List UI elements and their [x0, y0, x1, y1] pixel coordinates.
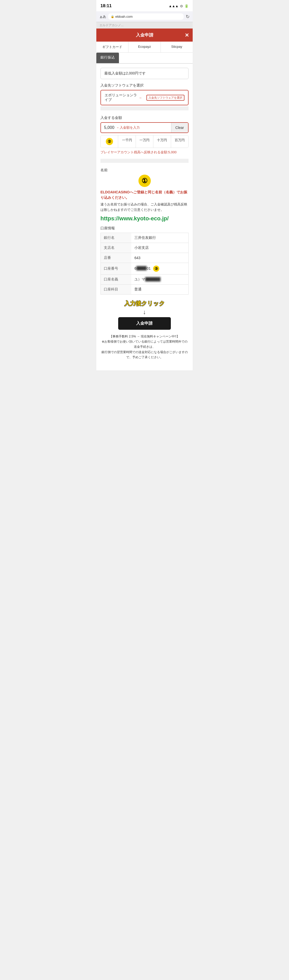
- store-num-value: 643: [131, 253, 188, 263]
- status-time: 18:11: [101, 3, 112, 8]
- software-select-field[interactable]: エボリューションライブ ← 入金先ソフトウェアを選択: [101, 90, 188, 105]
- tab-gift-card[interactable]: ギフトカード: [96, 41, 128, 52]
- software-value: エボリューションライブ: [105, 93, 139, 102]
- payment-tabs: ギフトカード Ecopayz Sticpay: [96, 41, 193, 52]
- software-select-label: 入金先ソフトウェアを選択: [101, 83, 188, 88]
- wifi-icon: ⊙: [180, 4, 183, 8]
- modal-title: 入金申請: [136, 32, 153, 38]
- account-num-blurred: ████: [136, 266, 147, 270]
- branch-name-value: 小岩支店: [131, 243, 188, 253]
- name-warning-text: ELDOAHCASINOへご登録と同じ名前（名義）でお振り込みください。: [101, 189, 188, 200]
- url-text: eldoah.com: [115, 14, 133, 19]
- clear-button[interactable]: Clear: [171, 123, 188, 132]
- amount-label: 入金する金額: [101, 116, 188, 120]
- click-annotation: 入力後クリック: [101, 300, 188, 307]
- store-num-key: 店番: [101, 253, 131, 263]
- reflected-amount: プレイヤーアカウント残高へ反映される金額:5,000: [101, 150, 188, 154]
- circle-2-icon: ②: [106, 138, 113, 145]
- software-select-annotation: 入金先ソフトウェアを選択: [147, 95, 184, 101]
- signal-icon: ▲▲▲: [169, 4, 179, 8]
- reload-button[interactable]: ↻: [186, 14, 190, 19]
- amount-section: 入金する金額 5,000 ←入金額を入力 Clear ② 一千円 一万円 十万円…: [101, 116, 188, 154]
- footer-note: 【事務手数料 2.5% → 現在無料キャンペーン中!!】※お客様側でお使い頂いて…: [101, 334, 188, 366]
- submit-button[interactable]: 入金申請: [118, 317, 171, 330]
- browser-bar: ぁあ 🔒 eldoah.com ↻: [96, 11, 193, 22]
- name-label: 名前: [101, 168, 188, 173]
- tab-bank-transfer[interactable]: 銀行振込: [96, 52, 119, 63]
- account-holder-value: ユ）マ██████: [131, 274, 188, 284]
- amount-value: 5,000: [104, 125, 114, 130]
- bank-name-key: 銀行名: [101, 233, 131, 243]
- status-bar: 18:11 ▲▲▲ ⊙ 🔋: [96, 0, 193, 11]
- lock-icon: 🔒: [111, 15, 114, 18]
- account-type-value: 普通: [131, 284, 188, 294]
- account-num-value: 6████01 ③: [131, 263, 188, 274]
- table-row: 口座名義 ユ）マ██████: [101, 274, 188, 284]
- content-area: 最低入金額は2,000円です 入金先ソフトウェアを選択 エボリューションライブ …: [96, 64, 193, 370]
- table-row: 店番 643: [101, 253, 188, 263]
- modal-header: 入金申請 ✕: [96, 29, 193, 41]
- min-deposit-info: 最低入金額は2,000円です: [101, 68, 188, 79]
- prev-page-hint: エルドアカシノ...: [96, 22, 193, 29]
- preset-1000[interactable]: 一千円: [118, 135, 136, 148]
- account-num-suffix: 01: [147, 266, 151, 270]
- account-info-label: 口座情報: [101, 226, 188, 231]
- account-holder-key: 口座名義: [101, 274, 131, 284]
- preset-10000[interactable]: 一万円: [136, 135, 153, 148]
- browser-tab: ぁあ: [99, 14, 106, 19]
- name-circle-row: ①: [101, 175, 188, 187]
- payment-tabs-2: 銀行振込: [96, 52, 193, 64]
- name-note-text: 違うお名前でお振り込みの場合、ご入金確認及び残高反映は致しかねますのでご注意くだ…: [101, 202, 188, 213]
- account-type-key: 口座科目: [101, 284, 131, 294]
- preset-100000[interactable]: 十万円: [153, 135, 171, 148]
- circle-1-icon: ①: [139, 175, 151, 187]
- bank-name-value: 三井住友銀行: [131, 233, 188, 243]
- account-holder-blurred: ██████: [145, 277, 161, 281]
- account-num-prefix: 6: [134, 266, 136, 270]
- battery-icon: 🔋: [184, 4, 188, 8]
- account-table: 銀行名 三井住友銀行 支店名 小岩支店 店番 643 口座番号 6████01 …: [101, 233, 188, 294]
- account-holder-text: ユ）マ: [134, 277, 145, 281]
- amount-input-row: 5,000 ←入金額を入力 Clear: [101, 122, 188, 133]
- preset-buttons: ② 一千円 一万円 十万円 百万円: [101, 135, 188, 148]
- software-arrow: ←: [139, 96, 142, 100]
- account-num-key: 口座番号: [101, 263, 131, 274]
- branch-name-key: 支店名: [101, 243, 131, 253]
- table-row: 口座科目 普通: [101, 284, 188, 294]
- preset-circle-2[interactable]: ②: [101, 135, 118, 148]
- table-row: 口座番号 6████01 ③: [101, 263, 188, 274]
- tab-ecopayz[interactable]: Ecopayz: [128, 41, 161, 52]
- tab-sticpay[interactable]: Sticpay: [161, 41, 193, 52]
- browser-url-bar[interactable]: 🔒 eldoah.com: [108, 13, 184, 20]
- preset-1000000[interactable]: 百万円: [171, 135, 188, 148]
- table-row: 支店名 小岩支店: [101, 243, 188, 253]
- down-arrow-annotation: ↓: [101, 309, 188, 316]
- circle-3-icon: ③: [153, 266, 159, 272]
- amount-input-wrapper[interactable]: 5,000 ←入金額を入力: [101, 123, 171, 132]
- amount-arrow-label: ←入金額を入力: [117, 125, 140, 130]
- site-link[interactable]: https://www.kyoto-eco.jp/: [101, 215, 188, 222]
- table-row: 銀行名 三井住友銀行: [101, 233, 188, 243]
- footer-note-text: 【事務手数料 2.5% → 現在無料キャンペーン中!!】※お客様側でお使い頂いて…: [101, 334, 188, 360]
- modal-close-button[interactable]: ✕: [185, 32, 189, 38]
- name-section: 名前 ① ELDOAHCASINOへご登録と同じ名前（名義）でお振り込みください…: [101, 168, 188, 222]
- status-icons: ▲▲▲ ⊙ 🔋: [169, 4, 188, 8]
